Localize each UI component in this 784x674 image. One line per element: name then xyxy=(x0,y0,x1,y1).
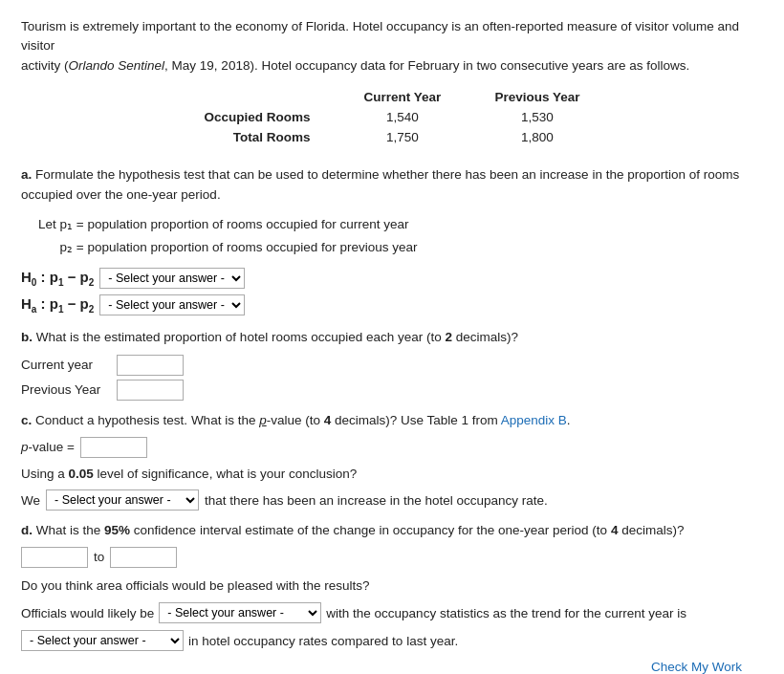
intro-text2: activity ( xyxy=(21,58,69,73)
part-d-text: What is the 95% confidence interval esti… xyxy=(36,523,685,537)
row1-previous: 1,530 xyxy=(468,107,606,127)
ha-row: Ha : p1 − p2 - Select your answer - = 0 … xyxy=(21,293,763,317)
row1-label: Occupied Rooms xyxy=(178,107,338,127)
officials-row2: - Select your answer - increasing decrea… xyxy=(21,628,763,654)
previous-year-label: Previous Year xyxy=(21,380,107,401)
officials-row1: Officials would likely be - Select your … xyxy=(21,600,763,626)
current-year-label: Current year xyxy=(21,355,107,376)
we-row: We - Select your answer - reject H₀ do n… xyxy=(21,489,763,511)
appendix-link[interactable]: Appendix B xyxy=(501,413,567,427)
table-row: Occupied Rooms 1,540 1,530 xyxy=(178,107,607,127)
part-a: a. Formulate the hypothesis test that ca… xyxy=(21,164,763,317)
officials-suffix2: in hotel occupancy rates compared to las… xyxy=(188,628,458,654)
officials-select1[interactable]: - Select your answer - pleased displease… xyxy=(159,602,321,623)
officials-suffix1: with the occupancy statistics as the tre… xyxy=(326,600,686,626)
h0-select[interactable]: - Select your answer - = 0 ≥ 0 ≤ 0 > 0 <… xyxy=(99,268,245,289)
h0-row: H0 : p1 − p2 - Select your answer - = 0 … xyxy=(21,266,763,291)
row2-current: 1,750 xyxy=(338,127,468,147)
current-year-row: Current year xyxy=(21,355,763,376)
part-c: c. Conduct a hypothesis test. What is th… xyxy=(21,410,763,511)
part-b-label: b. xyxy=(21,330,33,344)
row1-current: 1,540 xyxy=(338,107,468,127)
part-c-label: c. xyxy=(21,413,32,427)
h0-label: H0 : p1 − p2 xyxy=(21,266,94,291)
ha-select[interactable]: - Select your answer - = 0 ≥ 0 ≤ 0 > 0 <… xyxy=(99,294,245,315)
pvalue-row: p-value = xyxy=(21,437,763,458)
intro-paragraph: Tourism is extremely important to the ec… xyxy=(21,17,763,76)
we-text: that there has been an increase in the h… xyxy=(205,490,548,511)
previous-year-row: Previous Year xyxy=(21,380,763,401)
data-table: Current Year Previous Year Occupied Room… xyxy=(178,87,607,147)
current-year-input[interactable] xyxy=(117,355,184,376)
ci-upper-input[interactable] xyxy=(110,547,177,568)
part-b-text: What is the estimated proportion of hote… xyxy=(36,330,518,344)
officials-select2[interactable]: - Select your answer - increasing decrea… xyxy=(21,630,184,651)
pvalue-label: p-value = xyxy=(21,437,75,458)
let-line1: Let p₁ = population proportion of rooms … xyxy=(38,213,763,236)
officials-question: Do you think area officials would be ple… xyxy=(21,576,763,597)
citation: Orlando Sentinel xyxy=(69,58,165,73)
table-row: Total Rooms 1,750 1,800 xyxy=(178,127,607,147)
we-label: We xyxy=(21,490,40,511)
previous-year-input[interactable] xyxy=(117,380,184,401)
part-a-text: Formulate the hypothesis test that can b… xyxy=(21,167,739,203)
part-a-label: a. xyxy=(21,167,32,182)
col2-header: Previous Year xyxy=(468,87,606,107)
part-d: d. What is the 95% confidence interval e… xyxy=(21,520,763,653)
col1-header: Current Year xyxy=(338,87,468,107)
check-my-work-button[interactable]: Check My Work xyxy=(651,660,742,674)
confidence-interval-row: to xyxy=(21,547,763,568)
intro-text1: Tourism is extremely important to the ec… xyxy=(21,19,739,53)
row2-previous: 1,800 xyxy=(468,127,606,147)
let-line2: p₂ = population proportion of rooms occu… xyxy=(38,236,763,259)
ci-lower-input[interactable] xyxy=(21,547,88,568)
ha-label: Ha : p1 − p2 xyxy=(21,293,94,317)
label-col-header xyxy=(178,87,338,107)
to-label: to xyxy=(94,547,104,568)
part-d-label: d. xyxy=(21,523,33,537)
row2-label: Total Rooms xyxy=(178,127,338,147)
significance-text: Using a 0.05 level of significance, what… xyxy=(21,464,763,485)
intro-text3: , May 19, 2018). Hotel occupancy data fo… xyxy=(164,58,689,73)
pvalue-input[interactable] xyxy=(80,437,147,458)
bottom-bar: Check My Work xyxy=(651,660,742,674)
officials-prefix: Officials would likely be xyxy=(21,600,154,626)
part-c-text: Conduct a hypothesis test. What is the p… xyxy=(35,413,571,427)
part-b: b. What is the estimated proportion of h… xyxy=(21,327,763,402)
we-select[interactable]: - Select your answer - reject H₀ do not … xyxy=(46,489,199,511)
